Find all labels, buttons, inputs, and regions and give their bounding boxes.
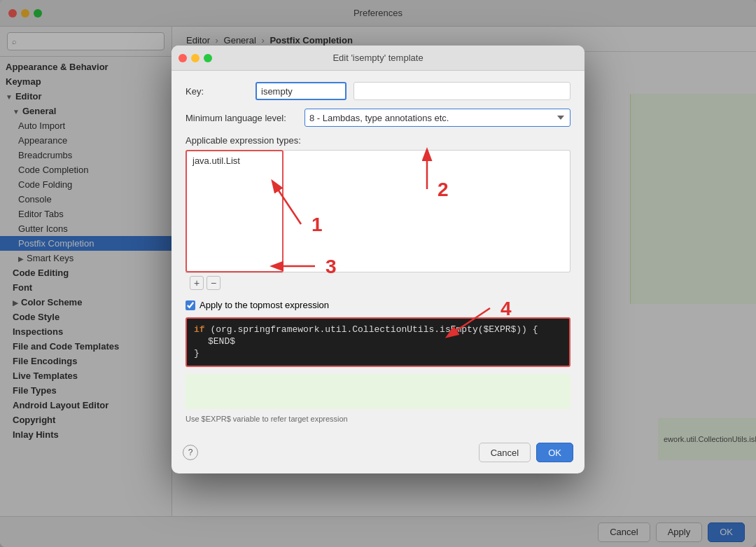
add-expr-button[interactable]: + [190, 276, 204, 290]
modal-ok-button[interactable]: OK [536, 443, 573, 462]
expression-list: java.util.List [186, 150, 284, 272]
apply-topmost-label: Apply to the topmost expression [200, 300, 329, 310]
modal-body: Key: Minimum language level: 1 - Java 1.… [172, 71, 584, 443]
lang-level-label: Minimum language level: [186, 113, 298, 123]
edit-template-modal: Edit 'isempty' template Key: Minimum lan… [172, 46, 584, 473]
expression-types-section: Applicable expression types: java.util.L… [186, 135, 570, 293]
code-line-2: $END$ [194, 336, 562, 347]
apply-topmost-checkbox[interactable] [186, 300, 195, 310]
modal-overlay: Edit 'isempty' template Key: Minimum lan… [0, 0, 756, 547]
remove-expr-button[interactable]: − [206, 276, 220, 290]
code-line-3: } [194, 348, 562, 359]
lang-level-row: Minimum language level: 1 - Java 1.0+5 -… [186, 109, 570, 127]
expression-area: java.util.List + − [186, 150, 570, 293]
modal-actions: Cancel OK [479, 443, 573, 462]
lang-level-select[interactable]: 1 - Java 1.0+5 - Enums, generics etc.6 -… [304, 109, 570, 127]
modal-close-button[interactable] [178, 54, 187, 62]
key-input[interactable] [255, 82, 346, 100]
modal-cancel-button[interactable]: Cancel [479, 443, 531, 462]
list-item: java.util.List [190, 154, 279, 167]
modal-title-bar: Edit 'isempty' template [172, 46, 584, 71]
expression-right-panel [284, 150, 570, 272]
code-line-1: if (org.springframework.util.CollectionU… [194, 324, 562, 335]
green-hint-area [186, 374, 570, 409]
modal-minimize-button[interactable] [191, 54, 200, 62]
preferences-window: Preferences ⌕ Appearance & BehaviorKeyma… [0, 0, 756, 547]
code-area: if (org.springframework.util.CollectionU… [186, 317, 570, 367]
modal-traffic-lights [178, 54, 212, 62]
expr-toolbar: + − [186, 272, 284, 293]
expression-label: Applicable expression types: [186, 135, 570, 146]
apply-topmost-row: Apply to the topmost expression [186, 300, 570, 310]
modal-footer: ? Cancel OK [172, 443, 584, 473]
help-button[interactable]: ? [183, 445, 198, 460]
modal-title: Edit 'isempty' template [332, 53, 423, 63]
hint-text: Use $EXPR$ variable to refer target expr… [186, 415, 570, 423]
key-row: Key: [186, 82, 570, 100]
key-label: Key: [186, 86, 248, 97]
modal-maximize-button[interactable] [204, 54, 212, 62]
